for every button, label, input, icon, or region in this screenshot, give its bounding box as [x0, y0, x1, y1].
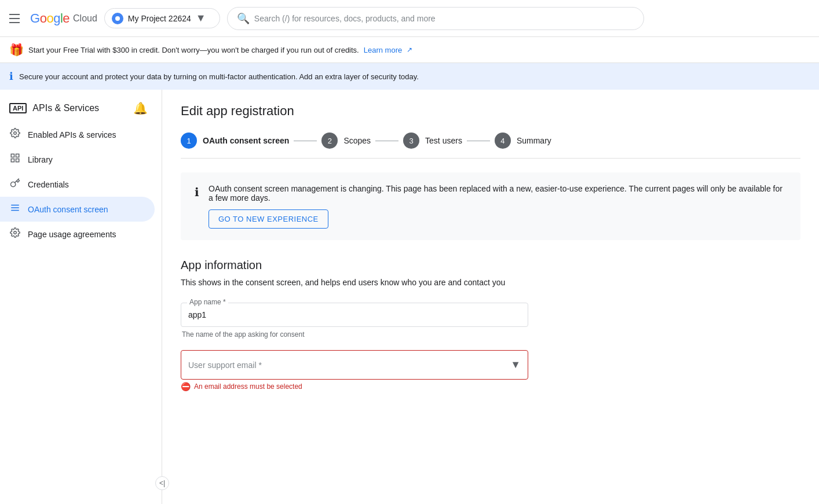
external-link-icon: ↗ — [407, 46, 412, 54]
email-error-text: An email address must be selected — [194, 382, 302, 391]
step-1[interactable]: 1 OAuth consent screen — [181, 133, 289, 149]
step-1-label: OAuth consent screen — [203, 136, 289, 145]
svg-point-8 — [14, 231, 17, 234]
credentials-icon — [9, 178, 21, 191]
project-name: My Project 22624 — [128, 14, 191, 23]
project-icon — [112, 13, 123, 24]
notice-text: OAuth consent screen management is chang… — [209, 184, 787, 203]
sidebar-item-enabled-apis[interactable]: Enabled APIs & services — [0, 122, 155, 147]
library-icon — [9, 153, 21, 166]
search-bar[interactable]: 🔍 Search (/) for resources, docs, produc… — [227, 7, 644, 30]
step-2-circle: 2 — [321, 133, 338, 149]
stepper: 1 OAuth consent screen 2 Scopes 3 Test u… — [181, 133, 800, 159]
sidebar-label-enabled-apis: Enabled APIs & services — [28, 130, 116, 139]
info-icon: ℹ — [9, 70, 13, 83]
enabled-apis-icon — [9, 128, 21, 141]
step-2-label: Scopes — [343, 136, 371, 145]
step-dash-1 — [294, 141, 317, 141]
svg-rect-3 — [16, 159, 19, 162]
step-4-label: Summary — [517, 136, 551, 145]
step-dash-3 — [467, 141, 490, 141]
svg-rect-2 — [16, 154, 19, 157]
sidebar-item-credentials[interactable]: Credentials — [0, 172, 155, 197]
step-3-circle: 3 — [403, 133, 419, 149]
app-info-section-desc: This shows in the consent screen, and he… — [181, 277, 800, 289]
app-name-field: App name * The name of the app asking fo… — [181, 303, 528, 339]
top-nav: Google Cloud My Project 22624 ▼ 🔍 Search… — [0, 0, 819, 37]
select-chevron-icon: ▼ — [510, 359, 521, 371]
project-selector[interactable]: My Project 22624 ▼ — [104, 8, 220, 28]
step-3-label: Test users — [425, 136, 462, 145]
sidebar-item-page-usage-agreements[interactable]: Page usage agreements — [0, 222, 155, 247]
step-2[interactable]: 2 Scopes — [321, 133, 371, 149]
google-cloud-logo[interactable]: Google Cloud — [30, 11, 97, 26]
step-4[interactable]: 4 Summary — [495, 133, 551, 149]
learn-more-link[interactable]: Learn more — [364, 46, 402, 54]
sidebar-item-oauth-consent-screen[interactable]: OAuth consent screen — [0, 197, 155, 222]
step-4-circle: 4 — [495, 133, 511, 149]
page-title: Edit app registration — [181, 104, 800, 119]
user-support-email-field: User support email * ▼ ⛔ An email addres… — [181, 350, 528, 391]
sidebar: API APIs & Services 🔔 Enabled APIs & ser… — [0, 90, 162, 504]
svg-rect-4 — [11, 159, 14, 162]
sidebar-title: APIs & Services — [32, 103, 99, 113]
error-icon: ⛔ — [181, 382, 191, 391]
bell-icon[interactable]: 🔔 — [133, 101, 148, 115]
security-banner-text: Secure your account and protect your dat… — [19, 72, 419, 81]
sidebar-item-library[interactable]: Library — [0, 147, 155, 172]
page-usage-icon — [9, 227, 21, 241]
user-support-email-placeholder: User support email * — [188, 360, 262, 370]
sidebar-label-credentials: Credentials — [28, 180, 69, 189]
step-dash-2 — [375, 141, 398, 141]
api-badge: API — [9, 103, 27, 113]
go-to-new-experience-button[interactable]: GO TO NEW EXPERIENCE — [209, 209, 328, 229]
collapse-icon: <| — [159, 479, 165, 487]
step-1-circle: 1 — [181, 133, 197, 149]
app-name-input[interactable] — [188, 308, 521, 322]
sidebar-label-library: Library — [28, 155, 53, 164]
sidebar-header: API APIs & Services 🔔 — [0, 94, 162, 122]
oauth-icon — [9, 203, 21, 216]
gift-icon: 🎁 — [9, 43, 24, 57]
step-3[interactable]: 3 Test users — [403, 133, 462, 149]
app-name-hint: The name of the app asking for consent — [181, 330, 528, 339]
hamburger-menu[interactable] — [9, 12, 23, 25]
app-name-input-wrapper: App name * — [181, 303, 528, 327]
notice-content: OAuth consent screen management is chang… — [209, 184, 787, 229]
svg-rect-1 — [11, 154, 14, 157]
collapse-sidebar-button[interactable]: <| — [155, 476, 169, 490]
user-support-email-select[interactable]: User support email * ▼ — [181, 350, 528, 380]
sidebar-label-oauth-consent-screen: OAuth consent screen — [28, 205, 108, 214]
search-placeholder: Search (/) for resources, docs, products… — [254, 14, 436, 23]
free-trial-banner: 🎁 Start your Free Trial with $300 in cre… — [0, 37, 819, 63]
chevron-down-icon: ▼ — [196, 12, 206, 24]
app-info-section-title: App information — [181, 259, 800, 272]
notice-box: ℹ OAuth consent screen management is cha… — [181, 172, 800, 240]
svg-point-0 — [14, 132, 17, 135]
content-area: Edit app registration 1 OAuth consent sc… — [162, 90, 819, 504]
email-error-message: ⛔ An email address must be selected — [181, 382, 528, 391]
main-layout: API APIs & Services 🔔 Enabled APIs & ser… — [0, 90, 819, 504]
search-icon: 🔍 — [237, 12, 250, 25]
notice-info-icon: ℹ — [195, 185, 199, 199]
app-name-label: App name * — [187, 298, 228, 306]
security-banner: ℹ Secure your account and protect your d… — [0, 63, 819, 90]
sidebar-label-page-usage-agreements: Page usage agreements — [28, 230, 116, 239]
free-trial-text: Start your Free Trial with $300 in credi… — [28, 46, 359, 54]
